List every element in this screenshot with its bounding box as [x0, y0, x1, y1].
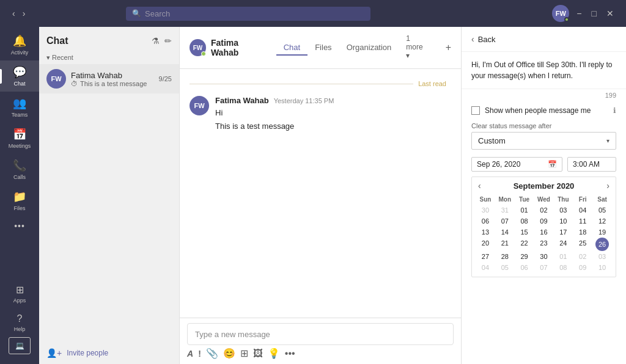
cal-day[interactable]: 01 — [553, 251, 573, 262]
tab-files[interactable]: Files — [307, 40, 339, 56]
sidebar-item-files[interactable]: 📁 Files — [0, 185, 39, 216]
cal-day[interactable]: 20 — [476, 238, 495, 251]
cal-day[interactable]: 18 — [573, 227, 592, 238]
cal-day[interactable]: 27 — [476, 251, 495, 262]
tab-chat[interactable]: Chat — [276, 40, 307, 56]
sidebar-item-more[interactable]: ••• — [0, 216, 39, 236]
message-header: Fatima Wahab Yesterday 11:35 PM — [215, 96, 451, 105]
cal-day[interactable]: 02 — [573, 251, 592, 262]
info-icon[interactable]: ℹ — [613, 106, 616, 115]
giphy-button[interactable]: ⊞ — [240, 348, 248, 359]
sidebar-item-teams[interactable]: 👥 Teams — [0, 92, 39, 123]
image-button[interactable]: 🖼 — [253, 348, 263, 359]
attach-button[interactable]: 📎 — [206, 348, 218, 359]
cal-day[interactable]: 06 — [515, 262, 534, 273]
calendar-header-row: Sun Mon Tue Wed Thu Fri Sat — [476, 194, 612, 205]
cal-day[interactable]: 09 — [534, 216, 554, 227]
cal-day[interactable]: 30 — [476, 205, 495, 216]
cal-day[interactable]: 08 — [515, 216, 534, 227]
cal-day[interactable]: 25 — [573, 238, 592, 251]
tab-organization[interactable]: Organization — [339, 40, 399, 56]
cal-day[interactable]: 03 — [592, 251, 612, 262]
sidebar-item-chat[interactable]: 💬 Chat — [0, 60, 39, 92]
next-month-button[interactable]: › — [606, 181, 609, 191]
cal-week-5: 27 28 29 30 01 02 03 — [476, 251, 612, 262]
sticker-button[interactable]: 💡 — [268, 348, 280, 359]
cal-day[interactable]: 04 — [476, 262, 495, 273]
time-input[interactable]: 3:00 AM — [567, 157, 616, 172]
meetings-icon: 📅 — [13, 128, 26, 141]
sidebar-item-activity[interactable]: 🔔 Activity — [0, 29, 39, 60]
forward-arrow[interactable]: › — [20, 7, 28, 20]
cal-day[interactable]: 15 — [515, 227, 534, 238]
cal-day[interactable]: 13 — [476, 227, 495, 238]
emoji-button[interactable]: 😊 — [223, 348, 235, 359]
cal-day[interactable]: 31 — [495, 205, 515, 216]
cal-day[interactable]: 12 — [592, 216, 612, 227]
cal-day[interactable]: 08 — [553, 262, 573, 273]
sidebar-item-calls[interactable]: 📞 Calls — [0, 154, 39, 185]
cal-day[interactable]: 17 — [553, 227, 573, 238]
calendar: ‹ September 2020 › Sun Mon Tue Wed Thu F… — [471, 177, 616, 277]
cal-day[interactable]: 24 — [553, 238, 573, 251]
files-icon: 📁 — [13, 190, 26, 203]
cal-day[interactable]: 22 — [515, 238, 534, 251]
cal-day[interactable]: 21 — [495, 238, 515, 251]
show-when-label: Show when people message me — [485, 106, 608, 115]
maximize-button[interactable]: □ — [589, 6, 599, 21]
cal-day[interactable]: 29 — [515, 251, 534, 262]
back-button[interactable]: ‹ — [471, 34, 474, 44]
cal-day[interactable]: 10 — [553, 216, 573, 227]
message-toolbar: A ! 📎 😊 ⊞ 🖼 💡 ••• — [187, 345, 454, 362]
format-button[interactable]: A — [187, 349, 193, 359]
cal-day[interactable]: 10 — [592, 262, 612, 273]
show-when-checkbox[interactable] — [471, 106, 480, 115]
important-button[interactable]: ! — [198, 349, 201, 359]
more-options-button[interactable]: ••• — [285, 348, 295, 359]
close-button[interactable]: ✕ — [604, 6, 616, 21]
new-chat-icon[interactable]: ✏ — [164, 36, 172, 46]
cal-day[interactable]: 02 — [534, 205, 554, 216]
sidebar: 🔔 Activity 💬 Chat 👥 Teams 📅 Meetings 📞 — [0, 27, 39, 364]
cal-day[interactable]: 09 — [573, 262, 592, 273]
cal-day[interactable]: 30 — [534, 251, 554, 262]
date-input[interactable]: Sep 26, 2020 📅 — [471, 157, 562, 172]
chat-list-header: Chat ⚗ ✏ — [39, 27, 179, 51]
sidebar-item-meetings[interactable]: 📅 Meetings — [0, 123, 39, 154]
more-icon: ••• — [14, 221, 25, 231]
help-icon: ? — [17, 313, 23, 324]
cal-day[interactable]: 16 — [534, 227, 554, 238]
oof-message[interactable]: Hi, I'm Out of Office till Sep 30th. I'l… — [462, 52, 626, 89]
cal-day[interactable]: 05 — [592, 205, 612, 216]
sidebar-item-apps[interactable]: ⊞ Apps — [0, 279, 39, 308]
filter-icon[interactable]: ⚗ — [152, 36, 160, 46]
cal-day[interactable]: 07 — [534, 262, 554, 273]
dropdown-value: Custom — [478, 136, 506, 145]
message-input-box[interactable]: Type a new message — [187, 323, 454, 345]
sidebar-item-help[interactable]: ? Help — [0, 308, 39, 337]
sidebar-device-button[interactable]: 💻 — [9, 337, 31, 354]
cal-day[interactable]: 19 — [592, 227, 612, 238]
cal-day[interactable]: 03 — [553, 205, 573, 216]
cal-day[interactable]: 14 — [495, 227, 515, 238]
back-arrow[interactable]: ‹ — [10, 7, 18, 20]
cal-day[interactable]: 11 — [573, 216, 592, 227]
chat-invite[interactable]: 👤+ Invite people — [39, 342, 179, 364]
search-input[interactable] — [145, 9, 364, 18]
cal-day[interactable]: 07 — [495, 216, 515, 227]
cal-day-selected[interactable]: 26 — [595, 238, 609, 251]
sidebar-item-activity-label: Activity — [11, 49, 29, 56]
clear-status-dropdown[interactable]: Custom ▾ — [471, 132, 616, 150]
minimize-button[interactable]: − — [574, 6, 584, 21]
user-avatar[interactable]: FW — [552, 5, 569, 22]
cal-day[interactable]: 06 — [476, 216, 495, 227]
add-tab-button[interactable]: + — [446, 42, 451, 53]
cal-day[interactable]: 28 — [495, 251, 515, 262]
cal-day[interactable]: 01 — [515, 205, 534, 216]
cal-day[interactable]: 23 — [534, 238, 554, 251]
tab-more[interactable]: 1 more ▾ — [399, 32, 435, 64]
cal-day[interactable]: 04 — [573, 205, 592, 216]
cal-day[interactable]: 05 — [495, 262, 515, 273]
chat-item[interactable]: FW Fatima Wahab ⏱ This is a test message… — [39, 64, 179, 93]
prev-month-button[interactable]: ‹ — [478, 181, 481, 191]
